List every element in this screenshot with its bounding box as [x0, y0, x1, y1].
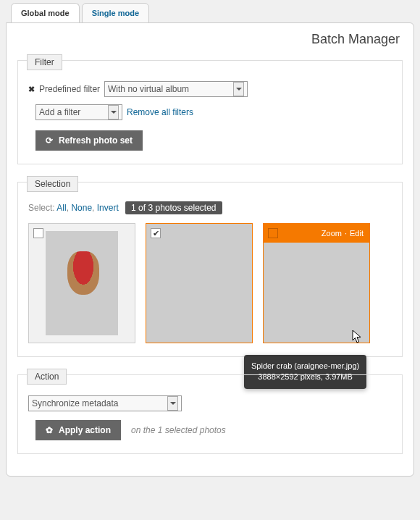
zoom-link[interactable]: Zoom: [322, 229, 342, 238]
predefined-filter-select[interactable]: With no virtual album: [104, 81, 248, 97]
page-title: Batch Manager: [17, 32, 400, 47]
refresh-photo-set-button[interactable]: ⟳ Refresh photo set: [35, 130, 143, 151]
select-none-link[interactable]: None: [71, 203, 92, 213]
action-section: Action Synchronize metadata ✿ Apply acti…: [17, 374, 403, 454]
tooltip-filename: Spider crab (araignee-mer.jpg): [251, 361, 359, 372]
filter-legend: Filter: [27, 54, 62, 70]
remove-all-filters-link[interactable]: Remove all filters: [127, 107, 193, 117]
chevron-down-icon: [233, 82, 244, 96]
select-invert-link[interactable]: Invert: [97, 203, 119, 213]
action-value: Synchronize metadata: [32, 398, 118, 408]
photo-hover-toolbar: Zoom · Edit: [264, 224, 369, 243]
photo-image: [264, 243, 369, 343]
tab-global-mode[interactable]: Global mode: [11, 3, 80, 23]
select-label: Select:: [28, 203, 55, 213]
selection-section: Selection Select: All, None, Invert 1 of…: [17, 182, 403, 357]
photo-thumb[interactable]: ✔: [146, 223, 253, 343]
refresh-icon: ⟳: [46, 135, 53, 146]
chevron-down-icon: [108, 105, 119, 119]
filter-section: Filter ✖ Predefined filter With no virtu…: [17, 60, 403, 164]
selection-legend: Selection: [27, 176, 78, 192]
apply-action-label: Apply action: [59, 425, 111, 435]
photo-thumb[interactable]: Zoom · Edit: [263, 223, 370, 343]
refresh-label: Refresh photo set: [59, 135, 133, 146]
apply-action-button[interactable]: ✿ Apply action: [35, 420, 121, 440]
edit-link[interactable]: Edit: [350, 229, 364, 238]
photo-checkbox[interactable]: [33, 228, 43, 238]
photo-checkbox[interactable]: ✔: [151, 228, 161, 238]
selection-count-badge: 1 of 3 photos selected: [125, 201, 222, 214]
action-select[interactable]: Synchronize metadata: [28, 395, 182, 411]
apply-hint: on the 1 selected photos: [131, 425, 226, 435]
add-filter-value: Add a filter: [39, 107, 80, 117]
chevron-down-icon: [167, 396, 178, 411]
predefined-filter-label: Predefined filter: [39, 84, 100, 94]
gear-icon: ✿: [46, 425, 53, 435]
tab-single-mode[interactable]: Single mode: [82, 3, 149, 23]
action-legend: Action: [27, 369, 67, 385]
photo-image: [46, 231, 118, 335]
photo-thumb[interactable]: [28, 223, 135, 343]
photo-checkbox[interactable]: [268, 228, 278, 238]
predefined-filter-value: With no virtual album: [108, 84, 189, 94]
photo-image: [146, 224, 252, 343]
add-filter-select[interactable]: Add a filter: [35, 104, 122, 120]
remove-predefined-filter-icon[interactable]: ✖: [28, 85, 35, 94]
select-all-link[interactable]: All: [56, 203, 66, 213]
